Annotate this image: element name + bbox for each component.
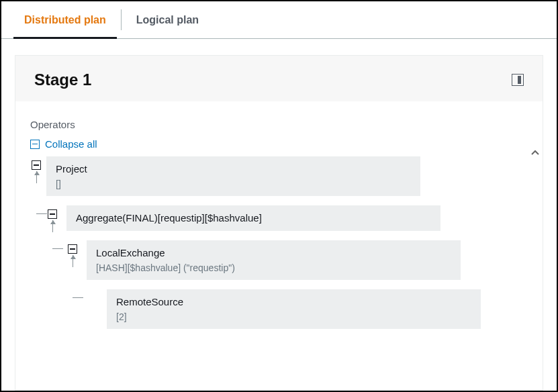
tree-arrow-icon bbox=[34, 171, 40, 175]
collapse-all-row: Collapse all bbox=[30, 138, 528, 150]
tab-logical-plan[interactable]: Logical plan bbox=[126, 1, 210, 38]
collapse-node-icon[interactable] bbox=[32, 160, 41, 170]
tab-bar: Distributed plan Logical plan bbox=[1, 1, 557, 39]
operator-title: RemoteSource bbox=[116, 296, 471, 307]
operator-title: LocalExchange bbox=[96, 247, 451, 258]
operator-box[interactable]: Project [] bbox=[46, 156, 420, 196]
tab-distributed-plan[interactable]: Distributed plan bbox=[13, 1, 117, 38]
tab-label: Logical plan bbox=[136, 14, 199, 26]
tree-arrow-icon bbox=[50, 220, 56, 224]
operator-subtitle: [2] bbox=[116, 311, 471, 322]
collapse-node-icon[interactable] bbox=[48, 209, 57, 219]
collapse-all-icon[interactable] bbox=[30, 140, 40, 149]
tree-node: RemoteSource [2] bbox=[30, 289, 528, 329]
collapse-all-link[interactable]: Collapse all bbox=[45, 138, 97, 150]
query-plan-panel: Distributed plan Logical plan Stage 1 Op… bbox=[0, 0, 558, 392]
tab-separator bbox=[121, 9, 122, 30]
operator-box[interactable]: Aggregate(FINAL)[requestip][$hashvalue] bbox=[66, 205, 440, 231]
operator-box[interactable]: RemoteSource [2] bbox=[107, 289, 481, 329]
operator-title: Project bbox=[56, 163, 411, 175]
tab-label: Distributed plan bbox=[24, 14, 106, 26]
tree-node: LocalExchange [HASH][$hashvalue] ("reque… bbox=[30, 240, 528, 280]
tree-arrow-icon bbox=[71, 255, 76, 259]
operators-heading: Operators bbox=[30, 119, 528, 130]
tree-line bbox=[73, 297, 83, 298]
chevron-up-icon bbox=[530, 148, 540, 158]
tree-line bbox=[36, 213, 47, 214]
collapse-node-icon[interactable] bbox=[68, 244, 77, 254]
operator-subtitle: [HASH][$hashvalue] ("requestip") bbox=[96, 262, 451, 273]
stage-body: Operators Collapse all Project [] bbox=[15, 101, 543, 391]
tree-node: Aggregate(FINAL)[requestip][$hashvalue] bbox=[30, 205, 528, 231]
stage-header: Stage 1 bbox=[15, 55, 543, 101]
tree-node: Project [] bbox=[30, 156, 528, 196]
operator-title: Aggregate(FINAL)[requestip][$hashvalue] bbox=[76, 212, 431, 224]
operator-subtitle: [] bbox=[56, 179, 411, 189]
side-panel-toggle-icon[interactable] bbox=[512, 74, 524, 86]
scroll-up-button[interactable] bbox=[529, 142, 541, 164]
tree-line bbox=[52, 248, 63, 249]
stage-title: Stage 1 bbox=[34, 70, 91, 89]
operator-tree: Project [] Aggregate(FINAL)[requestip][$… bbox=[30, 156, 528, 329]
operator-box[interactable]: LocalExchange [HASH][$hashvalue] ("reque… bbox=[87, 240, 461, 280]
